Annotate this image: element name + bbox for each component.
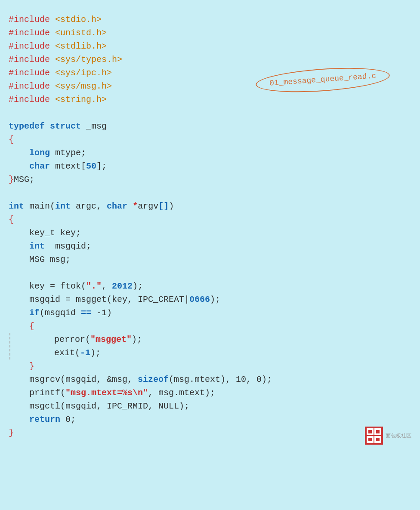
exit-call: exit( (54, 348, 80, 358)
close-brace-if: } (29, 361, 34, 371)
open-brace-main: { (9, 215, 14, 224)
perror-call: perror( (54, 335, 90, 344)
typedef-name: MSG; (14, 175, 34, 184)
watermark: 面包板社区 (365, 427, 411, 445)
eq-op: == (81, 308, 91, 318)
argv-param: argv (138, 201, 158, 211)
argv-bracket: [] (158, 201, 169, 211)
struct-name: _msg (86, 121, 107, 131)
octal-perm: 0666 (189, 295, 210, 304)
include-sys-types: #include <sys/types.h> (9, 55, 122, 65)
open-brace-struct: { (9, 135, 14, 144)
pointer-star: * (133, 201, 138, 211)
char-keyword: char (29, 161, 50, 171)
perror-str: "msgget" (90, 335, 132, 344)
long-keyword: long (29, 148, 50, 158)
int-keyword-argc: int (55, 201, 71, 211)
mtext-field: mtext (55, 161, 81, 171)
svg-rect-7 (368, 438, 372, 441)
open-brace-if: { (29, 321, 34, 331)
code-container: 01_message_queue_read.c #include <stdio.… (4, 9, 416, 452)
include-sys-msg: #include <sys/msg.h> (9, 81, 112, 91)
msgqid-assign: msgqid = msgget(key, IPC_CREAT| (29, 295, 189, 304)
msgrcv-call: msgrcv(msgqid, &msg, (29, 375, 138, 384)
close-brace-main: } (9, 428, 14, 438)
watermark-logo (365, 427, 383, 445)
svg-rect-5 (368, 430, 372, 433)
exit-code: -1 (80, 348, 90, 358)
main-func: main( (29, 201, 55, 211)
printf-call: printf( (29, 388, 65, 398)
ftok-id: 2012 (112, 281, 133, 291)
msg-decl: MSG msg; (29, 255, 71, 264)
return-keyword: return (29, 415, 60, 424)
printf-str: "msg.mtext=%s\n" (65, 388, 148, 398)
key-decl: key_t key; (29, 228, 81, 238)
svg-rect-8 (376, 438, 380, 441)
include-stdlib: #include <stdlib.h> (9, 41, 107, 51)
include-string: #include <string.h> (9, 95, 107, 104)
struct-keyword: struct (50, 121, 81, 131)
watermark-label: 面包板社区 (386, 432, 411, 440)
svg-rect-6 (376, 430, 380, 433)
sizeof-keyword: sizeof (138, 375, 169, 384)
if-keyword: if (29, 308, 40, 318)
key-assign: key = ftok( (29, 281, 86, 291)
close-brace-struct: } (9, 175, 14, 184)
include-unistd: #include <unistd.h> (9, 28, 107, 38)
msgqid-decl: msgqid; (55, 241, 91, 251)
vline-if: perror("msgget"); exit(-1); (9, 333, 142, 359)
int-keyword-main: int (9, 201, 24, 211)
msgctl-call: msgctl(msgqid, IPC_RMID, NULL); (29, 401, 189, 411)
include-sys-ipc: #include <sys/ipc.h> (9, 68, 112, 78)
char-keyword-argv: char (107, 201, 127, 211)
typedef-keyword: typedef (9, 121, 45, 131)
array-size: 50 (86, 161, 96, 171)
ftok-path: "." (86, 281, 102, 291)
include-stdio: #include <stdio.h> (9, 15, 102, 25)
annotation-label: 01_message_queue_read.c (269, 71, 376, 87)
int-keyword-msgqid: int (29, 241, 45, 251)
mtype-field: mtype; (55, 148, 86, 158)
